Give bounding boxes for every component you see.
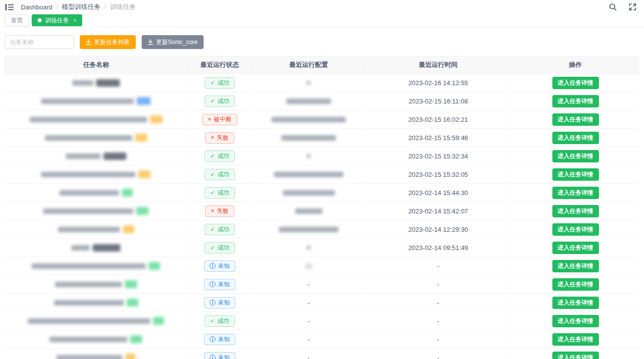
- action-cell: 进入任务详情: [512, 349, 639, 359]
- enter-task-detail-button[interactable]: 进入任务详情: [552, 333, 599, 346]
- redacted-tag-green-segment: [127, 299, 138, 307]
- breadcrumb-item-model-training[interactable]: 模型训练任务: [62, 2, 101, 11]
- redacted-text-segment: [66, 154, 101, 159]
- status-label: 成功: [217, 244, 229, 252]
- table-row: ✓成功2023-02-14 09:51:49进入任务详情: [5, 239, 639, 257]
- redacted-text-segment: [32, 263, 146, 269]
- action-cell: 进入任务详情: [512, 147, 639, 165]
- tab-home-label: 首页: [11, 16, 23, 25]
- column-header-actions: 操作: [512, 56, 639, 73]
- redacted-tag-green-segment: [149, 262, 160, 270]
- action-cell: 进入任务详情: [512, 165, 639, 183]
- enter-task-detail-button[interactable]: 进入任务详情: [552, 297, 599, 309]
- status-badge-info: i未知: [204, 260, 235, 272]
- enter-task-detail-button[interactable]: 进入任务详情: [552, 113, 599, 126]
- table-row: i未知--进入任务详情: [5, 330, 639, 349]
- breadcrumb-item-training-tasks: 训练任务: [110, 2, 136, 11]
- table-row: ✓成功2023-02-15 16:11:08进入任务详情: [5, 92, 639, 110]
- table-row: ✓成功2023-02-14 12:29:30进入任务详情: [5, 220, 639, 239]
- task-name-cell: [5, 330, 187, 348]
- redacted-config-segment: [295, 208, 322, 214]
- check-icon: ✓: [210, 153, 215, 159]
- status-cell: ✓成功: [187, 184, 253, 202]
- status-label: 未知: [218, 354, 230, 359]
- action-cell: 进入任务详情: [512, 294, 639, 311]
- config-cell: -: [253, 275, 365, 293]
- info-circle-icon: i: [210, 355, 215, 359]
- enter-task-detail-button[interactable]: 进入任务详情: [552, 352, 599, 359]
- check-icon: ✓: [210, 226, 215, 232]
- tab-close-icon[interactable]: ×: [73, 17, 76, 23]
- check-icon: ✓: [210, 318, 215, 324]
- config-cell: [253, 184, 365, 202]
- redacted-tag-yellow-segment: [135, 134, 147, 142]
- status-cell: ✓成功: [187, 74, 253, 92]
- enter-task-detail-button[interactable]: 进入任务详情: [552, 260, 599, 272]
- run-time-cell: 2023-02-15 16:11:08: [365, 92, 512, 110]
- search-icon[interactable]: [607, 1, 618, 12]
- info-circle-icon: i: [210, 300, 215, 306]
- check-icon: ✓: [210, 171, 215, 177]
- update-sonic-core-button[interactable]: 更新Sonic_core: [142, 35, 204, 49]
- redacted-text-segment: [41, 99, 134, 104]
- task-name-input[interactable]: [5, 35, 74, 49]
- redacted-config-segment: [279, 227, 338, 232]
- status-cell: ✓成功: [187, 312, 253, 330]
- sidebar-fold-icon[interactable]: [4, 1, 15, 12]
- tab-training-tasks[interactable]: 训练任务 ×: [32, 14, 82, 26]
- status-cell: i未知: [187, 257, 253, 275]
- enter-task-detail-button[interactable]: 进入任务详情: [552, 223, 599, 236]
- status-badge-success: ✓成功: [205, 77, 235, 89]
- status-cell: ×被中断: [187, 110, 253, 128]
- enter-task-detail-button[interactable]: 进入任务详情: [552, 132, 599, 144]
- table-row: ✓成功2023-02-15 15:32:34进入任务详情: [5, 147, 639, 165]
- x-icon: ×: [211, 135, 214, 141]
- redacted-tag-green-segment: [122, 189, 133, 197]
- status-cell: i未知: [187, 330, 253, 348]
- config-cell: [253, 74, 365, 92]
- status-label: 被中断: [214, 115, 232, 124]
- action-cell: 进入任务详情: [512, 330, 639, 348]
- status-badge-success: ✓成功: [205, 169, 235, 180]
- status-label: 成功: [217, 79, 229, 87]
- enter-task-detail-button[interactable]: 进入任务详情: [552, 168, 599, 181]
- enter-task-detail-button[interactable]: 进入任务详情: [552, 278, 599, 291]
- status-label: 成功: [217, 225, 229, 234]
- redacted-tag-yellow-segment: [150, 115, 162, 123]
- redacted-dark-segment: [104, 153, 126, 160]
- task-name-cell: [5, 220, 187, 238]
- enter-task-detail-button[interactable]: 进入任务详情: [552, 315, 599, 327]
- enter-task-detail-button[interactable]: 进入任务详情: [552, 77, 599, 89]
- breadcrumb-item-dashboard[interactable]: Dashboard: [21, 3, 53, 11]
- status-label: 未知: [218, 280, 230, 289]
- status-badge-danger: ×失败: [205, 132, 234, 144]
- status-badge-success: ✓成功: [205, 224, 235, 235]
- tab-home[interactable]: 首页: [5, 14, 29, 26]
- run-time-cell: 2023-02-15 16:02:21: [365, 110, 512, 128]
- task-name-cell: [5, 294, 187, 311]
- redacted-config-segment: [271, 117, 346, 122]
- redacted-tag-blue-segment: [137, 97, 151, 105]
- update-task-list-button[interactable]: 更新任务列表: [80, 35, 136, 49]
- breadcrumb-separator: /: [105, 3, 106, 10]
- enter-task-detail-button[interactable]: 进入任务详情: [552, 205, 599, 217]
- table-header: 任务名称 最近运行状态 最近运行配置 最近运行时间 操作: [5, 56, 639, 74]
- breadcrumb-separator: /: [56, 3, 58, 10]
- task-name-cell: [5, 239, 187, 256]
- table-row: i未知--进入任务详情: [5, 275, 639, 294]
- run-time-cell: 2023-02-15 15:32:34: [365, 147, 512, 165]
- enter-task-detail-button[interactable]: 进入任务详情: [552, 95, 599, 107]
- run-time-cell: 2023-02-14 15:44:30: [365, 184, 512, 202]
- redacted-config-dot: [307, 246, 311, 250]
- enter-task-detail-button[interactable]: 进入任务详情: [552, 187, 599, 199]
- action-cell: 进入任务详情: [512, 220, 639, 238]
- status-label: 成功: [217, 152, 229, 160]
- fullscreen-icon[interactable]: [627, 1, 638, 12]
- table-row: ×被中断2023-02-15 16:02:21进入任务详情: [5, 110, 639, 129]
- status-badge-danger: ×被中断: [202, 114, 237, 125]
- config-cell: [253, 110, 365, 128]
- redacted-dark-segment: [93, 244, 120, 252]
- enter-task-detail-button[interactable]: 进入任务详情: [552, 242, 599, 254]
- redacted-config-segment: [274, 172, 343, 177]
- enter-task-detail-button[interactable]: 进入任务详情: [552, 150, 599, 162]
